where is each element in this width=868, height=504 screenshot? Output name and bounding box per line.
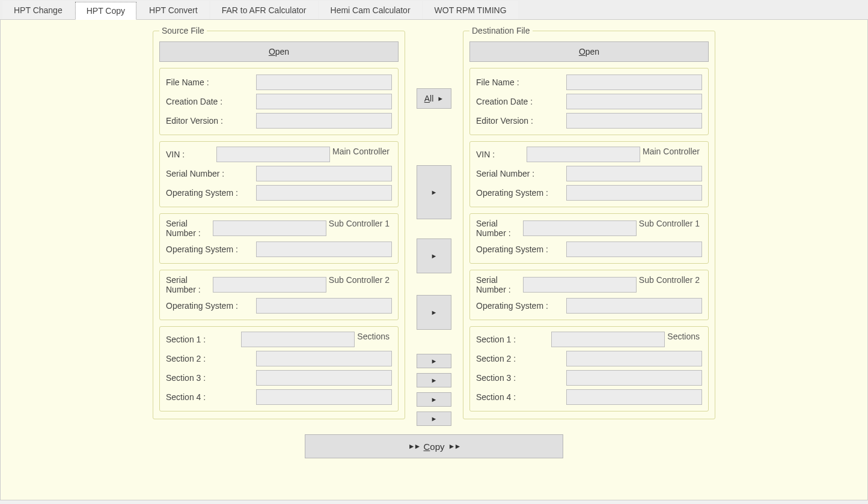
label-creation-date: Creation Date : [166, 97, 256, 106]
destination-section1-field[interactable] [551, 332, 665, 347]
arrow-right-icon: ► [431, 309, 438, 316]
arrow-right-icon: ► [431, 252, 438, 260]
source-section1-field[interactable] [241, 332, 355, 347]
label-creation-date: Creation Date : [476, 97, 566, 106]
source-main-serial-field[interactable] [256, 166, 392, 181]
label-section4: Section 4 : [476, 392, 566, 402]
tab-wot-rpm[interactable]: WOT RPM TIMING [423, 1, 518, 19]
label-serial: Serial Number : [166, 169, 256, 178]
label-os: Operating System : [166, 244, 256, 254]
double-arrow-right-icon: ►► [448, 442, 460, 451]
source-open-button[interactable]: Open [159, 41, 399, 62]
label-file-name: File Name : [476, 77, 566, 87]
destination-file-group: Destination File Open File Name : Creati… [463, 26, 715, 419]
source-sections-group: Sections Section 1 : Section 2 : Section… [159, 326, 399, 411]
source-file-legend: Source File [159, 26, 207, 35]
copy-button[interactable]: ►► Copy ►► [305, 434, 563, 458]
sub1-legend: Sub Controller 1 [637, 219, 702, 228]
destination-sub2-serial-field[interactable] [523, 277, 637, 293]
destination-editor-version-field[interactable] [566, 113, 702, 129]
tab-content: Source File Open File Name : Creation Da… [0, 20, 868, 500]
label-section2: Section 2 : [476, 354, 566, 363]
tab-bar: HPT Change HPT Copy HPT Convert FAR to A… [0, 0, 868, 20]
destination-main-controller-group: Main Controller VIN : Serial Number : Op… [469, 141, 709, 207]
arrow-right-icon: ► [431, 377, 438, 384]
tab-hpt-convert[interactable]: HPT Convert [138, 1, 209, 19]
all-label: All [424, 94, 434, 103]
label-os: Operating System : [476, 301, 566, 311]
destination-file-legend: Destination File [469, 26, 533, 35]
open-label: Open [579, 47, 599, 56]
destination-sub2-os-field[interactable] [566, 298, 702, 314]
destination-sub1-serial-field[interactable] [523, 220, 637, 236]
transfer-section2-button[interactable]: ► [417, 373, 451, 387]
label-serial: Serial Number : [166, 275, 213, 294]
label-os: Operating System : [166, 301, 256, 311]
transfer-main-button[interactable]: ► [417, 165, 451, 219]
source-sub1-os-field[interactable] [256, 241, 392, 257]
source-file-info: File Name : Creation Date : Editor Versi… [159, 68, 399, 135]
destination-creation-date-field[interactable] [566, 94, 702, 109]
label-os: Operating System : [476, 188, 566, 198]
label-serial: Serial Number : [476, 169, 566, 178]
source-main-os-field[interactable] [256, 185, 392, 201]
label-section4: Section 4 : [166, 392, 256, 402]
source-file-group: Source File Open File Name : Creation Da… [153, 26, 405, 419]
destination-section4-field[interactable] [566, 389, 702, 405]
arrow-right-icon: ► [431, 189, 438, 196]
source-section4-field[interactable] [256, 389, 392, 405]
source-sub1-serial-field[interactable] [213, 220, 326, 236]
transfer-section3-button[interactable]: ► [417, 392, 451, 407]
label-vin: VIN : [476, 150, 527, 159]
label-file-name: File Name : [166, 77, 256, 87]
tab-far-afr[interactable]: FAR to AFR Calculator [210, 1, 318, 19]
tab-hemi-cam[interactable]: Hemi Cam Calculator [319, 1, 422, 19]
destination-file-info: File Name : Creation Date : Editor Versi… [469, 68, 709, 135]
label-section3: Section 3 : [476, 373, 566, 383]
label-editor-version: Editor Version : [166, 116, 256, 126]
source-creation-date-field[interactable] [256, 94, 392, 109]
source-editor-version-field[interactable] [256, 113, 392, 129]
destination-main-os-field[interactable] [566, 185, 702, 201]
tab-hpt-change[interactable]: HPT Change [2, 1, 74, 19]
source-sub1-group: Sub Controller 1 Serial Number : Operati… [159, 213, 399, 264]
main-controller-legend: Main Controller [640, 147, 702, 156]
transfer-section1-button[interactable]: ► [417, 354, 451, 368]
destination-section2-field[interactable] [566, 351, 702, 366]
label-serial: Serial Number : [476, 275, 523, 294]
label-os: Operating System : [476, 244, 566, 254]
destination-file-name-field[interactable] [566, 74, 702, 90]
sub1-legend: Sub Controller 1 [326, 219, 392, 228]
label-section3: Section 3 : [166, 373, 256, 383]
destination-open-button[interactable]: Open [469, 41, 709, 62]
destination-sub1-group: Sub Controller 1 Serial Number : Operati… [469, 213, 709, 264]
tab-hpt-copy[interactable]: HPT Copy [75, 2, 136, 20]
source-vin-field[interactable] [216, 147, 330, 162]
open-label: Open [269, 47, 289, 56]
destination-section3-field[interactable] [566, 370, 702, 386]
source-section2-field[interactable] [256, 351, 392, 366]
transfer-sub2-button[interactable]: ► [417, 295, 451, 330]
destination-sub1-os-field[interactable] [566, 241, 702, 257]
double-arrow-right-icon: ►► [408, 442, 420, 451]
label-section1: Section 1 : [476, 335, 551, 344]
source-sub2-os-field[interactable] [256, 298, 392, 314]
label-section2: Section 2 : [166, 354, 256, 363]
source-sub2-group: Sub Controller 2 Serial Number : Operati… [159, 270, 399, 320]
destination-main-serial-field[interactable] [566, 166, 702, 181]
transfer-section4-button[interactable]: ► [417, 411, 451, 426]
source-section3-field[interactable] [256, 370, 392, 386]
sections-legend: Sections [355, 332, 392, 341]
source-file-name-field[interactable] [256, 74, 392, 90]
transfer-sub1-button[interactable]: ► [417, 238, 451, 273]
source-sub2-serial-field[interactable] [213, 277, 326, 293]
destination-sections-group: Sections Section 1 : Section 2 : Section… [469, 326, 709, 411]
arrow-right-icon: ► [431, 396, 438, 403]
label-serial: Serial Number : [166, 219, 213, 238]
source-main-controller-group: Main Controller VIN : Serial Number : Op… [159, 141, 399, 207]
sub2-legend: Sub Controller 2 [637, 275, 702, 285]
destination-vin-field[interactable] [527, 147, 640, 162]
copy-label: Copy [423, 442, 444, 452]
transfer-all-button[interactable]: All ► [417, 88, 451, 109]
main-controller-legend: Main Controller [330, 147, 392, 156]
